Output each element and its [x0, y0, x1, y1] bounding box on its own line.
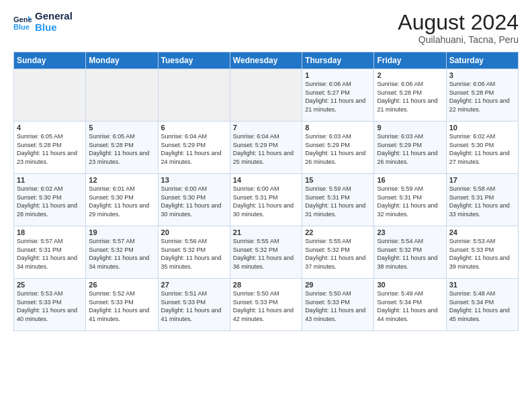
col-header-saturday: Saturday: [446, 52, 518, 69]
cell-sun-info: Sunrise: 5:48 AMSunset: 5:34 PMDaylight:…: [449, 289, 515, 323]
cell-sun-info: Sunrise: 5:58 AMSunset: 5:31 PMDaylight:…: [449, 185, 515, 218]
day-number: 24: [449, 228, 515, 236]
calendar-cell: [158, 69, 230, 122]
day-number: 12: [89, 176, 154, 184]
cell-sun-info: Sunrise: 6:03 AMSunset: 5:29 PMDaylight:…: [305, 132, 371, 166]
cell-sun-info: Sunrise: 5:56 AMSunset: 5:32 PMDaylight:…: [161, 237, 227, 271]
calendar-table: SundayMondayTuesdayWednesdayThursdayFrid…: [13, 52, 519, 331]
day-number: 2: [377, 71, 443, 79]
cell-sun-info: Sunrise: 5:57 AMSunset: 5:31 PMDaylight:…: [17, 237, 83, 271]
day-number: 11: [17, 176, 83, 184]
col-header-wednesday: Wednesday: [230, 52, 302, 69]
col-header-thursday: Thursday: [302, 52, 374, 69]
calendar-page: General Blue General Blue August 2024 Qu…: [0, 0, 532, 411]
day-number: 16: [377, 176, 443, 184]
cell-sun-info: Sunrise: 5:50 AMSunset: 5:33 PMDaylight:…: [305, 289, 371, 323]
calendar-cell: 9Sunrise: 6:03 AMSunset: 5:29 PMDaylight…: [374, 122, 446, 174]
cell-sun-info: Sunrise: 6:06 AMSunset: 5:27 PMDaylight:…: [305, 80, 371, 113]
cell-sun-info: Sunrise: 5:54 AMSunset: 5:32 PMDaylight:…: [377, 237, 443, 271]
calendar-cell: 10Sunrise: 6:02 AMSunset: 5:30 PMDayligh…: [446, 122, 518, 174]
cell-sun-info: Sunrise: 6:02 AMSunset: 5:30 PMDaylight:…: [17, 185, 83, 218]
cell-sun-info: Sunrise: 5:55 AMSunset: 5:32 PMDaylight:…: [305, 237, 371, 271]
cell-sun-info: Sunrise: 6:00 AMSunset: 5:30 PMDaylight:…: [161, 185, 227, 218]
calendar-cell: 7Sunrise: 6:04 AMSunset: 5:29 PMDaylight…: [230, 122, 302, 174]
calendar-cell: 21Sunrise: 5:55 AMSunset: 5:32 PMDayligh…: [230, 226, 302, 279]
calendar-cell: 30Sunrise: 5:49 AMSunset: 5:34 PMDayligh…: [374, 279, 446, 331]
day-number: 13: [161, 176, 227, 184]
calendar-cell: 14Sunrise: 6:00 AMSunset: 5:31 PMDayligh…: [230, 174, 302, 226]
calendar-week-row: 1Sunrise: 6:06 AMSunset: 5:27 PMDaylight…: [14, 69, 519, 122]
day-number: 3: [449, 71, 515, 79]
calendar-cell: 17Sunrise: 5:58 AMSunset: 5:31 PMDayligh…: [446, 174, 518, 226]
day-number: 22: [305, 228, 371, 236]
day-number: 30: [377, 281, 443, 289]
cell-sun-info: Sunrise: 6:05 AMSunset: 5:28 PMDaylight:…: [17, 132, 83, 166]
cell-sun-info: Sunrise: 6:03 AMSunset: 5:29 PMDaylight:…: [377, 132, 443, 166]
day-number: 29: [305, 281, 371, 289]
calendar-cell: 27Sunrise: 5:51 AMSunset: 5:33 PMDayligh…: [158, 279, 230, 331]
cell-sun-info: Sunrise: 5:57 AMSunset: 5:32 PMDaylight:…: [89, 237, 154, 271]
calendar-cell: [14, 69, 86, 122]
logo-text: General Blue: [35, 11, 73, 33]
calendar-cell: 29Sunrise: 5:50 AMSunset: 5:33 PMDayligh…: [302, 279, 374, 331]
calendar-cell: 28Sunrise: 5:50 AMSunset: 5:33 PMDayligh…: [230, 279, 302, 331]
calendar-cell: [86, 69, 158, 122]
day-number: 6: [161, 124, 227, 132]
calendar-cell: 22Sunrise: 5:55 AMSunset: 5:32 PMDayligh…: [302, 226, 374, 279]
cell-sun-info: Sunrise: 6:04 AMSunset: 5:29 PMDaylight:…: [233, 132, 299, 166]
day-number: 28: [233, 281, 299, 289]
day-number: 20: [161, 228, 227, 236]
calendar-cell: 8Sunrise: 6:03 AMSunset: 5:29 PMDaylight…: [302, 122, 374, 174]
day-number: 19: [89, 228, 154, 236]
day-number: 31: [449, 281, 515, 289]
day-number: 4: [17, 124, 83, 132]
calendar-cell: 20Sunrise: 5:56 AMSunset: 5:32 PMDayligh…: [158, 226, 230, 279]
cell-sun-info: Sunrise: 6:00 AMSunset: 5:31 PMDaylight:…: [233, 185, 299, 218]
calendar-cell: 11Sunrise: 6:02 AMSunset: 5:30 PMDayligh…: [14, 174, 86, 226]
cell-sun-info: Sunrise: 6:01 AMSunset: 5:30 PMDaylight:…: [89, 185, 154, 218]
cell-sun-info: Sunrise: 6:02 AMSunset: 5:30 PMDaylight:…: [449, 132, 515, 166]
day-number: 23: [377, 228, 443, 236]
cell-sun-info: Sunrise: 5:53 AMSunset: 5:33 PMDaylight:…: [17, 289, 83, 323]
page-header: General Blue General Blue August 2024 Qu…: [13, 11, 519, 45]
location-subtitle: Quilahuani, Tacna, Peru: [398, 34, 519, 45]
day-number: 1: [305, 71, 371, 79]
calendar-cell: 5Sunrise: 6:05 AMSunset: 5:28 PMDaylight…: [86, 122, 158, 174]
calendar-cell: 2Sunrise: 6:06 AMSunset: 5:28 PMDaylight…: [374, 69, 446, 122]
cell-sun-info: Sunrise: 5:59 AMSunset: 5:31 PMDaylight:…: [377, 185, 443, 218]
day-number: 10: [449, 124, 515, 132]
cell-sun-info: Sunrise: 5:53 AMSunset: 5:33 PMDaylight:…: [449, 237, 515, 271]
cell-sun-info: Sunrise: 6:06 AMSunset: 5:28 PMDaylight:…: [377, 80, 443, 113]
title-block: August 2024 Quilahuani, Tacna, Peru: [398, 11, 519, 45]
day-number: 9: [377, 124, 443, 132]
cell-sun-info: Sunrise: 5:52 AMSunset: 5:33 PMDaylight:…: [89, 289, 154, 323]
calendar-week-row: 11Sunrise: 6:02 AMSunset: 5:30 PMDayligh…: [14, 174, 519, 226]
cell-sun-info: Sunrise: 6:04 AMSunset: 5:29 PMDaylight:…: [161, 132, 227, 166]
day-number: 27: [161, 281, 227, 289]
col-header-monday: Monday: [86, 52, 158, 69]
calendar-cell: 13Sunrise: 6:00 AMSunset: 5:30 PMDayligh…: [158, 174, 230, 226]
calendar-week-row: 25Sunrise: 5:53 AMSunset: 5:33 PMDayligh…: [14, 279, 519, 331]
calendar-cell: 1Sunrise: 6:06 AMSunset: 5:27 PMDaylight…: [302, 69, 374, 122]
day-number: 17: [449, 176, 515, 184]
day-number: 7: [233, 124, 299, 132]
cell-sun-info: Sunrise: 6:05 AMSunset: 5:28 PMDaylight:…: [89, 132, 154, 166]
day-number: 25: [17, 281, 83, 289]
col-header-sunday: Sunday: [14, 52, 86, 69]
calendar-cell: 31Sunrise: 5:48 AMSunset: 5:34 PMDayligh…: [446, 279, 518, 331]
cell-sun-info: Sunrise: 5:51 AMSunset: 5:33 PMDaylight:…: [161, 289, 227, 323]
cell-sun-info: Sunrise: 5:59 AMSunset: 5:31 PMDaylight:…: [305, 185, 371, 218]
calendar-cell: [230, 69, 302, 122]
svg-text:Blue: Blue: [13, 23, 30, 31]
calendar-cell: 26Sunrise: 5:52 AMSunset: 5:33 PMDayligh…: [86, 279, 158, 331]
col-header-tuesday: Tuesday: [158, 52, 230, 69]
calendar-cell: 25Sunrise: 5:53 AMSunset: 5:33 PMDayligh…: [14, 279, 86, 331]
logo: General Blue General Blue: [13, 11, 73, 33]
cell-sun-info: Sunrise: 5:50 AMSunset: 5:33 PMDaylight:…: [233, 289, 299, 323]
calendar-cell: 6Sunrise: 6:04 AMSunset: 5:29 PMDaylight…: [158, 122, 230, 174]
calendar-cell: 24Sunrise: 5:53 AMSunset: 5:33 PMDayligh…: [446, 226, 518, 279]
day-number: 5: [89, 124, 154, 132]
day-number: 26: [89, 281, 154, 289]
calendar-cell: 12Sunrise: 6:01 AMSunset: 5:30 PMDayligh…: [86, 174, 158, 226]
calendar-cell: 23Sunrise: 5:54 AMSunset: 5:32 PMDayligh…: [374, 226, 446, 279]
